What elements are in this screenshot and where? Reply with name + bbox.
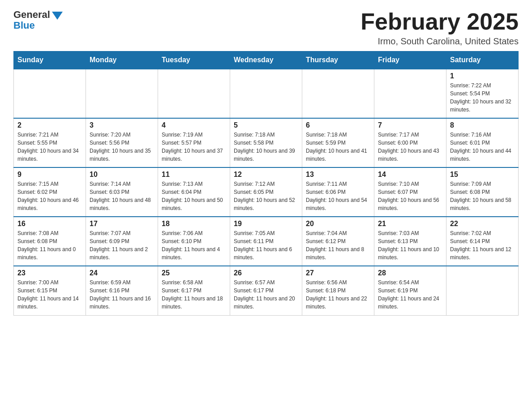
day-number: 11 — [162, 171, 226, 179]
logo-general-text: General — [13, 9, 50, 21]
day-number: 12 — [234, 171, 298, 179]
table-row — [302, 69, 374, 118]
day-number: 28 — [378, 269, 442, 277]
day-number: 15 — [450, 171, 515, 179]
table-row: 18Sunrise: 7:06 AMSunset: 6:10 PMDayligh… — [158, 217, 230, 266]
day-number: 8 — [450, 121, 515, 129]
location-text: Irmo, South Carolina, United States — [360, 36, 519, 47]
day-info: Sunrise: 7:18 AMSunset: 5:59 PMDaylight:… — [306, 131, 370, 163]
calendar-week-row: 2Sunrise: 7:21 AMSunset: 5:55 PMDaylight… — [14, 118, 519, 167]
logo-blue-text: Blue — [13, 20, 35, 31]
table-row: 12Sunrise: 7:12 AMSunset: 6:05 PMDayligh… — [230, 167, 302, 217]
day-number: 22 — [450, 220, 515, 228]
table-row: 1Sunrise: 7:22 AMSunset: 5:54 PMDaylight… — [446, 69, 519, 118]
table-row: 7Sunrise: 7:17 AMSunset: 6:00 PMDaylight… — [374, 118, 446, 167]
day-info: Sunrise: 7:21 AMSunset: 5:55 PMDaylight:… — [17, 131, 82, 163]
day-number: 25 — [162, 269, 226, 277]
header-tuesday: Tuesday — [158, 51, 230, 69]
table-row: 5Sunrise: 7:18 AMSunset: 5:58 PMDaylight… — [230, 118, 302, 167]
table-row: 2Sunrise: 7:21 AMSunset: 5:55 PMDaylight… — [14, 118, 86, 167]
day-number: 10 — [90, 171, 154, 179]
table-row: 11Sunrise: 7:13 AMSunset: 6:04 PMDayligh… — [158, 167, 230, 217]
day-number: 1 — [450, 72, 515, 80]
day-number: 7 — [378, 121, 442, 129]
day-number: 26 — [234, 269, 298, 277]
table-row: 20Sunrise: 7:04 AMSunset: 6:12 PMDayligh… — [302, 217, 374, 266]
table-row — [158, 69, 230, 118]
table-row: 27Sunrise: 6:56 AMSunset: 6:18 PMDayligh… — [302, 266, 374, 315]
table-row: 22Sunrise: 7:02 AMSunset: 6:14 PMDayligh… — [446, 217, 519, 266]
day-info: Sunrise: 7:11 AMSunset: 6:06 PMDaylight:… — [306, 180, 370, 212]
day-info: Sunrise: 7:17 AMSunset: 6:00 PMDaylight:… — [378, 131, 442, 163]
day-info: Sunrise: 7:15 AMSunset: 6:02 PMDaylight:… — [17, 180, 82, 212]
day-number: 14 — [378, 171, 442, 179]
day-number: 20 — [306, 220, 370, 228]
logo: General Blue — [13, 9, 63, 31]
day-number: 23 — [17, 269, 82, 277]
calendar-week-row: 9Sunrise: 7:15 AMSunset: 6:02 PMDaylight… — [14, 167, 519, 217]
day-number: 21 — [378, 220, 442, 228]
header-monday: Monday — [86, 51, 158, 69]
day-number: 19 — [234, 220, 298, 228]
table-row: 17Sunrise: 7:07 AMSunset: 6:09 PMDayligh… — [86, 217, 158, 266]
header-sunday: Sunday — [14, 51, 86, 69]
calendar-week-row: 16Sunrise: 7:08 AMSunset: 6:08 PMDayligh… — [14, 217, 519, 266]
table-row: 10Sunrise: 7:14 AMSunset: 6:03 PMDayligh… — [86, 167, 158, 217]
day-info: Sunrise: 7:13 AMSunset: 6:04 PMDaylight:… — [162, 180, 226, 212]
day-info: Sunrise: 7:00 AMSunset: 6:15 PMDaylight:… — [17, 278, 82, 311]
day-info: Sunrise: 6:58 AMSunset: 6:17 PMDaylight:… — [162, 278, 226, 311]
table-row: 14Sunrise: 7:10 AMSunset: 6:07 PMDayligh… — [374, 167, 446, 217]
table-row: 3Sunrise: 7:20 AMSunset: 5:56 PMDaylight… — [86, 118, 158, 167]
table-row: 4Sunrise: 7:19 AMSunset: 5:57 PMDaylight… — [158, 118, 230, 167]
day-number: 27 — [306, 269, 370, 277]
table-row — [14, 69, 86, 118]
day-info: Sunrise: 7:07 AMSunset: 6:09 PMDaylight:… — [90, 229, 154, 261]
table-row: 26Sunrise: 6:57 AMSunset: 6:17 PMDayligh… — [230, 266, 302, 315]
table-row: 28Sunrise: 6:54 AMSunset: 6:19 PMDayligh… — [374, 266, 446, 315]
table-row — [374, 69, 446, 118]
day-info: Sunrise: 6:56 AMSunset: 6:18 PMDaylight:… — [306, 278, 370, 311]
title-block: February 2025 Irmo, South Carolina, Unit… — [360, 9, 519, 47]
table-row — [230, 69, 302, 118]
day-number: 4 — [162, 121, 226, 129]
day-info: Sunrise: 6:54 AMSunset: 6:19 PMDaylight:… — [378, 278, 442, 311]
day-number: 24 — [90, 269, 154, 277]
day-info: Sunrise: 7:18 AMSunset: 5:58 PMDaylight:… — [234, 131, 298, 163]
table-row: 9Sunrise: 7:15 AMSunset: 6:02 PMDaylight… — [14, 167, 86, 217]
day-info: Sunrise: 7:09 AMSunset: 6:08 PMDaylight:… — [450, 180, 515, 212]
day-number: 6 — [306, 121, 370, 129]
table-row: 21Sunrise: 7:03 AMSunset: 6:13 PMDayligh… — [374, 217, 446, 266]
table-row: 24Sunrise: 6:59 AMSunset: 6:16 PMDayligh… — [86, 266, 158, 315]
table-row: 19Sunrise: 7:05 AMSunset: 6:11 PMDayligh… — [230, 217, 302, 266]
calendar-table: Sunday Monday Tuesday Wednesday Thursday… — [13, 51, 519, 316]
day-info: Sunrise: 7:08 AMSunset: 6:08 PMDaylight:… — [17, 229, 82, 261]
calendar-week-row: 1Sunrise: 7:22 AMSunset: 5:54 PMDaylight… — [14, 69, 519, 118]
header-saturday: Saturday — [446, 51, 519, 69]
table-row: 6Sunrise: 7:18 AMSunset: 5:59 PMDaylight… — [302, 118, 374, 167]
day-info: Sunrise: 6:59 AMSunset: 6:16 PMDaylight:… — [90, 278, 154, 311]
table-row: 16Sunrise: 7:08 AMSunset: 6:08 PMDayligh… — [14, 217, 86, 266]
table-row — [86, 69, 158, 118]
day-info: Sunrise: 7:05 AMSunset: 6:11 PMDaylight:… — [234, 229, 298, 261]
month-title: February 2025 — [360, 9, 519, 34]
day-info: Sunrise: 7:14 AMSunset: 6:03 PMDaylight:… — [90, 180, 154, 212]
day-info: Sunrise: 7:12 AMSunset: 6:05 PMDaylight:… — [234, 180, 298, 212]
calendar-header-row: Sunday Monday Tuesday Wednesday Thursday… — [14, 51, 519, 69]
day-info: Sunrise: 7:06 AMSunset: 6:10 PMDaylight:… — [162, 229, 226, 261]
day-info: Sunrise: 7:02 AMSunset: 6:14 PMDaylight:… — [450, 229, 515, 261]
day-info: Sunrise: 6:57 AMSunset: 6:17 PMDaylight:… — [234, 278, 298, 311]
day-info: Sunrise: 7:20 AMSunset: 5:56 PMDaylight:… — [90, 131, 154, 163]
table-row: 8Sunrise: 7:16 AMSunset: 6:01 PMDaylight… — [446, 118, 519, 167]
table-row: 23Sunrise: 7:00 AMSunset: 6:15 PMDayligh… — [14, 266, 86, 315]
day-info: Sunrise: 7:19 AMSunset: 5:57 PMDaylight:… — [162, 131, 226, 163]
day-number: 3 — [90, 121, 154, 129]
page-header: General Blue February 2025 Irmo, South C… — [13, 9, 519, 47]
header-wednesday: Wednesday — [230, 51, 302, 69]
day-number: 17 — [90, 220, 154, 228]
day-info: Sunrise: 7:03 AMSunset: 6:13 PMDaylight:… — [378, 229, 442, 261]
table-row: 25Sunrise: 6:58 AMSunset: 6:17 PMDayligh… — [158, 266, 230, 315]
calendar-week-row: 23Sunrise: 7:00 AMSunset: 6:15 PMDayligh… — [14, 266, 519, 315]
table-row: 13Sunrise: 7:11 AMSunset: 6:06 PMDayligh… — [302, 167, 374, 217]
logo-arrow-icon — [52, 12, 63, 20]
day-number: 2 — [17, 121, 82, 129]
